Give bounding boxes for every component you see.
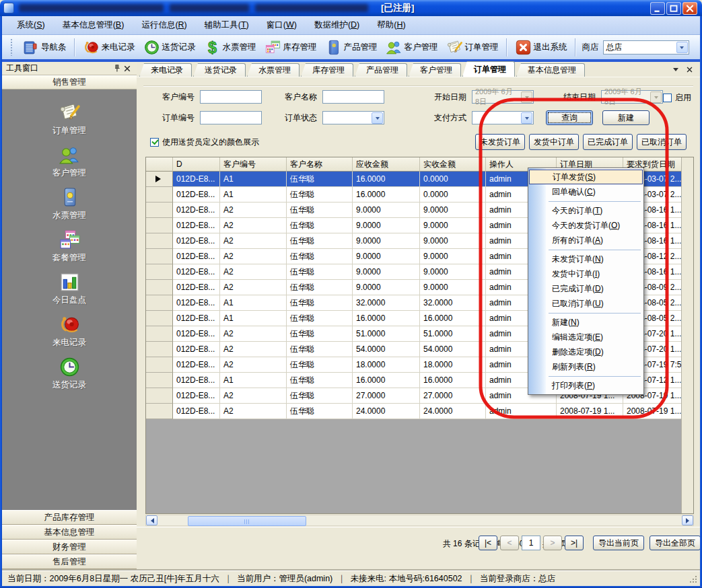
- last-page-button[interactable]: >|: [565, 536, 584, 550]
- context-menu-item-0[interactable]: 订单发货(S): [529, 170, 643, 184]
- row-selector-cell[interactable]: [146, 233, 173, 249]
- sidebar-section-产品库存管理[interactable]: 产品库存管理: [2, 510, 137, 525]
- scroll-left-icon[interactable]: [146, 515, 157, 525]
- pin-icon[interactable]: [111, 63, 122, 73]
- tab-库存管理[interactable]: 库存管理: [301, 63, 353, 77]
- cancelled-orders-button[interactable]: 已取消订单: [637, 134, 687, 150]
- row-selector-cell[interactable]: [146, 342, 173, 357]
- next-page-button[interactable]: >: [543, 536, 562, 550]
- completed-orders-button[interactable]: 已完成订单: [583, 134, 633, 150]
- tab-close-icon[interactable]: [685, 65, 695, 74]
- new-button[interactable]: 新建: [602, 110, 650, 125]
- prev-page-button[interactable]: <: [500, 536, 519, 550]
- pay-method-select[interactable]: [472, 111, 534, 124]
- column-header-customer_name[interactable]: 客户名称: [287, 157, 353, 172]
- shop-dropdown-icon[interactable]: [676, 42, 688, 53]
- toolbar-button-导航条[interactable]: 导航条: [18, 37, 71, 58]
- row-selector-cell[interactable]: [146, 404, 173, 419]
- tab-客户管理[interactable]: 客户管理: [409, 63, 461, 77]
- start-date-picker[interactable]: 2009年 6月 8日: [472, 90, 534, 104]
- deliveryman-color-checkbox[interactable]: 使用送货员定义的颜色展示: [150, 137, 259, 148]
- context-menu-item-3[interactable]: 今天的订单(T): [528, 203, 643, 218]
- page-number-input[interactable]: [522, 536, 540, 550]
- context-menu-item-10[interactable]: 已取消订单(U): [528, 296, 643, 311]
- menubar-item-6[interactable]: 帮助(H): [369, 17, 413, 34]
- menubar-item-3[interactable]: 辅助工具(T): [197, 17, 257, 34]
- title-bar[interactable]: [已注册]: [0, 0, 702, 16]
- tab-送货记录[interactable]: 送货记录: [193, 63, 246, 77]
- vertical-scrollbar-track[interactable]: [681, 157, 693, 513]
- row-selector-cell[interactable]: [146, 187, 173, 203]
- tab-产品管理[interactable]: 产品管理: [355, 63, 407, 77]
- sidebar-close-icon[interactable]: [122, 63, 133, 73]
- minimize-button[interactable]: [650, 2, 665, 15]
- customer-name-input[interactable]: [322, 90, 384, 104]
- tab-水票管理[interactable]: 水票管理: [247, 63, 300, 77]
- pay-method-dropdown-icon[interactable]: [521, 112, 532, 124]
- customer-no-input[interactable]: [200, 90, 262, 104]
- column-header-customer_no[interactable]: 客户编号: [220, 157, 287, 172]
- toolbar-button-订单管理[interactable]: 订单管理: [442, 37, 503, 58]
- context-menu-item-7[interactable]: 未发货订单(N): [528, 252, 643, 266]
- tab-订单管理[interactable]: 订单管理: [462, 61, 515, 77]
- toolbar-button-产品管理[interactable]: 产品管理: [321, 37, 382, 58]
- column-header-received[interactable]: 实收金额: [420, 157, 486, 172]
- row-selector-cell[interactable]: [146, 280, 173, 295]
- context-menu-item-13[interactable]: 编辑选定项(E): [528, 330, 643, 344]
- context-menu-item-15[interactable]: 刷新列表(R): [528, 359, 643, 374]
- menubar-item-2[interactable]: 运行信息(R): [133, 17, 195, 34]
- first-page-button[interactable]: |<: [479, 536, 497, 550]
- toolbar-button-送货记录[interactable]: 送货记录: [139, 37, 200, 58]
- context-menu-item-1[interactable]: 回单确认(C): [528, 184, 643, 199]
- order-status-dropdown-icon[interactable]: [372, 112, 383, 124]
- context-menu-item-14[interactable]: 删除选定项(D): [528, 344, 643, 359]
- row-selector-cell[interactable]: [146, 311, 173, 326]
- row-selector-cell[interactable]: [146, 357, 173, 373]
- row-selector-cell[interactable]: [146, 218, 173, 233]
- scrollbar-thumb[interactable]: [188, 516, 306, 526]
- context-menu-item-17[interactable]: 打印列表(P): [528, 378, 643, 393]
- sidebar-item-水票管理[interactable]: 水票管理: [2, 182, 137, 225]
- order-no-input[interactable]: [200, 111, 262, 124]
- menubar-item-1[interactable]: 基本信息管理(B): [55, 17, 133, 34]
- toolbar-button-退出系统[interactable]: 退出系统: [511, 37, 571, 58]
- sidebar-section-基本信息管理[interactable]: 基本信息管理: [2, 525, 137, 540]
- tab-来电记录[interactable]: 来电记录: [139, 63, 192, 77]
- export-current-page-button[interactable]: 导出当前页: [593, 536, 644, 550]
- shipping-orders-button[interactable]: 发货中订单: [529, 134, 579, 150]
- context-menu-item-9[interactable]: 已完成订单(D): [528, 281, 643, 296]
- row-selector-cell[interactable]: [146, 373, 173, 388]
- maximize-button[interactable]: [666, 2, 681, 15]
- sidebar-item-送货记录[interactable]: 送货记录: [2, 352, 137, 394]
- export-all-pages-button[interactable]: 导出全部页: [650, 536, 701, 550]
- menubar-item-4[interactable]: 窗口(W): [258, 17, 305, 34]
- column-header-receivable[interactable]: 应收金额: [353, 157, 420, 172]
- sidebar-item-来电记录[interactable]: 来电记录: [2, 309, 137, 352]
- toolbar-button-客户管理[interactable]: 客户管理: [382, 37, 442, 58]
- tab-基本信息管理[interactable]: 基本信息管理: [516, 63, 585, 77]
- toolbar-gripper[interactable]: [10, 38, 13, 56]
- shop-combobox[interactable]: 总店: [603, 40, 689, 54]
- sidebar-item-客户管理[interactable]: 客户管理: [2, 140, 137, 182]
- checkbox-box[interactable]: [150, 138, 159, 147]
- toolbar-button-水票管理[interactable]: 水票管理: [200, 37, 260, 58]
- row-selector-cell[interactable]: [146, 264, 173, 280]
- unshipped-orders-button[interactable]: 未发货订单: [475, 134, 525, 150]
- close-button[interactable]: [682, 2, 697, 15]
- resize-grip[interactable]: [695, 581, 697, 583]
- sidebar-item-订单管理[interactable]: 订单管理: [2, 98, 137, 140]
- menubar-item-5[interactable]: 数据维护(D): [306, 17, 367, 34]
- menubar-item-0[interactable]: 系统(S): [9, 17, 53, 34]
- sidebar-group-header[interactable]: 销售管理: [2, 75, 137, 89]
- row-selector-cell[interactable]: [146, 388, 173, 404]
- tab-scroll-dropdown-icon[interactable]: [670, 65, 680, 74]
- sidebar-section-售后管理[interactable]: 售后管理: [2, 554, 137, 569]
- checkbox-box[interactable]: [663, 94, 672, 102]
- context-menu-item-12[interactable]: 新建(N): [528, 315, 643, 330]
- enable-date-checkbox[interactable]: 启用: [663, 92, 691, 104]
- toolbar-button-来电记录[interactable]: 来电记录: [79, 37, 139, 58]
- toolbar-button-库存管理[interactable]: 库存管理: [260, 37, 321, 58]
- query-button[interactable]: 查询: [546, 110, 593, 125]
- row-selector-cell[interactable]: [146, 172, 173, 187]
- context-menu-item-8[interactable]: 发货中订单(I): [528, 266, 643, 281]
